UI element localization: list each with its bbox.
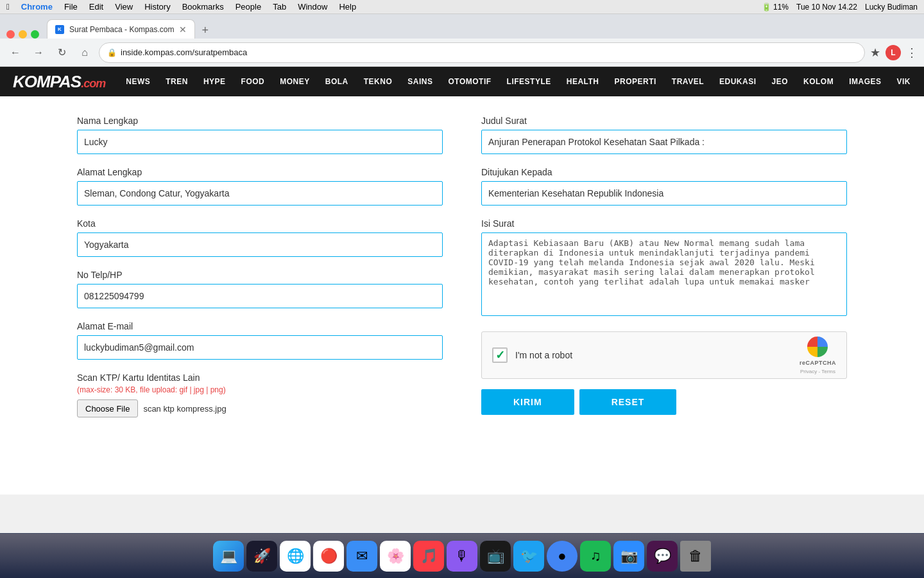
bookmark-star-button[interactable]: ★ [870, 46, 880, 60]
isi-textarea[interactable]: Adaptasi Kebiasaan Baru (AKB) atau New N… [481, 232, 847, 316]
file-name-display: scan ktp kompress.jpg [143, 404, 226, 414]
nav-kolom[interactable]: KOLOM [796, 67, 841, 96]
home-button[interactable]: ⌂ [76, 44, 94, 62]
chrome-menu[interactable]: Chrome [21, 2, 53, 12]
telp-input[interactable] [77, 284, 443, 308]
people-menu[interactable]: People [235, 2, 261, 12]
ditujukan-input[interactable] [481, 181, 847, 206]
nav-images[interactable]: IMAGES [841, 67, 889, 96]
nav-jeo[interactable]: JEO [764, 67, 796, 96]
recaptcha-left: ✓ I'm not a robot [492, 347, 572, 363]
nav-edukasi[interactable]: EDUKASI [712, 67, 764, 96]
lock-icon: 🔒 [107, 48, 117, 57]
help-menu[interactable]: Help [339, 2, 356, 12]
forward-button[interactable]: → [30, 44, 47, 62]
new-tab-button[interactable]: + [198, 22, 212, 39]
alamat-label: Alamat Lengkap [77, 167, 443, 177]
back-button[interactable]: ← [6, 44, 24, 62]
isi-group: Isi Surat Adaptasi Kebiasaan Baru (AKB) … [481, 218, 847, 319]
kompas-header: KOMPAS.com NEWS TREN HYPE FOOD MONEY BOL… [0, 67, 924, 96]
kota-label: Kota [77, 218, 443, 229]
view-menu[interactable]: View [115, 2, 133, 12]
alamat-input[interactable] [77, 181, 443, 206]
browser-chrome: K Surat Pembaca - Kompas.com ✕ + ← → ↻ ⌂… [0, 14, 924, 67]
recaptcha-right: reCAPTCHA Privacy - Terms [800, 337, 836, 374]
close-window-btn[interactable] [6, 30, 15, 39]
email-input[interactable] [77, 335, 443, 360]
email-label: Alamat E-mail [77, 321, 443, 331]
choose-file-button[interactable]: Choose File [77, 399, 138, 417]
file-input-row: Choose File scan ktp kompress.jpg [77, 399, 443, 417]
form-layout: Nama Lengkap Alamat Lengkap Kota No Telp… [77, 116, 847, 417]
judul-group: Judul Surat [481, 116, 847, 154]
ditujukan-label: Ditujukan Kepada [481, 167, 847, 177]
nama-input[interactable] [77, 130, 443, 154]
judul-label: Judul Surat [481, 116, 847, 126]
url-text: inside.kompas.com/suratpembaca [121, 48, 857, 57]
apple-icon[interactable]:  [6, 2, 10, 12]
recaptcha-logo [807, 337, 828, 357]
nav-otomotif[interactable]: OTOMOTIF [440, 67, 499, 96]
window-menu[interactable]: Window [298, 2, 327, 12]
telp-label: No Telp/HP [77, 270, 443, 280]
browser-tab[interactable]: K Surat Pembaca - Kompas.com ✕ [47, 19, 195, 39]
nav-bola[interactable]: BOLA [318, 67, 356, 96]
url-bar[interactable]: 🔒 inside.kompas.com/suratpembaca [99, 42, 865, 63]
menu-button[interactable]: ⋮ [906, 46, 918, 60]
file-upload-section: Scan KTP/ Kartu Identitas Lain (max-size… [77, 372, 443, 417]
edit-menu[interactable]: Edit [89, 2, 103, 12]
mac-menubar:  Chrome File Edit View History Bookmark… [0, 0, 924, 14]
maximize-window-btn[interactable] [31, 30, 39, 39]
telp-group: No Telp/HP [77, 270, 443, 308]
form-left-column: Nama Lengkap Alamat Lengkap Kota No Telp… [77, 116, 443, 417]
logo-com: .com [81, 77, 105, 90]
user-avatar-button[interactable]: L [886, 45, 901, 60]
nav-vik[interactable]: VIK [889, 67, 919, 96]
main-content: Nama Lengkap Alamat Lengkap Kota No Telp… [0, 96, 924, 495]
tab-bar: K Surat Pembaca - Kompas.com ✕ + [0, 14, 924, 39]
ktp-label: Scan KTP/ Kartu Identitas Lain [77, 372, 443, 383]
nav-properti[interactable]: PROPERTI [607, 67, 664, 96]
logo-text: KOMPAS.com [13, 72, 105, 91]
history-menu[interactable]: History [144, 2, 170, 12]
username: Lucky Budiman [865, 3, 918, 12]
file-menu[interactable]: File [64, 2, 78, 12]
check-icon: ✓ [495, 348, 505, 362]
kota-input[interactable] [77, 232, 443, 257]
nav-health[interactable]: HEALTH [559, 67, 607, 96]
tab-title: Surat Pembaca - Kompas.com [69, 25, 174, 34]
nav-lifestyle[interactable]: LIFESTYLE [499, 67, 559, 96]
recaptcha-checkbox[interactable]: ✓ [492, 347, 508, 363]
kirim-button[interactable]: KIRIM [481, 389, 574, 415]
nav-money[interactable]: MONEY [272, 67, 318, 96]
nav-tekno[interactable]: TEKNO [356, 67, 400, 96]
form-right-column: Judul Surat Ditujukan Kepada Isi Surat A… [481, 116, 847, 417]
minimize-window-btn[interactable] [19, 30, 27, 39]
kompas-logo[interactable]: KOMPAS.com [13, 72, 105, 92]
nav-food[interactable]: FOOD [234, 67, 273, 96]
nav-news[interactable]: NEWS [118, 67, 158, 96]
recaptcha-widget[interactable]: ✓ I'm not a robot reCAPTCHA Privacy - Te… [481, 331, 847, 379]
recaptcha-brand: reCAPTCHA [800, 360, 836, 366]
tab-menu[interactable]: Tab [273, 2, 286, 12]
datetime: Tue 10 Nov 14.22 [796, 3, 857, 12]
reset-button[interactable]: RESET [579, 389, 677, 415]
button-row: KIRIM RESET [481, 389, 847, 415]
nav-sains[interactable]: SAINS [400, 67, 440, 96]
ditujukan-group: Ditujukan Kepada [481, 167, 847, 206]
nav-menu: NEWS TREN HYPE FOOD MONEY BOLA TEKNO SAI… [118, 67, 918, 96]
nav-hype[interactable]: HYPE [196, 67, 234, 96]
judul-input[interactable] [481, 130, 847, 154]
kota-group: Kota [77, 218, 443, 257]
tab-close-btn[interactable]: ✕ [179, 24, 187, 35]
isi-label: Isi Surat [481, 218, 847, 229]
nama-label: Nama Lengkap [77, 116, 443, 126]
nama-group: Nama Lengkap [77, 116, 443, 154]
bookmarks-menu[interactable]: Bookmarks [182, 2, 224, 12]
nav-tren[interactable]: TREN [158, 67, 196, 96]
recaptcha-links: Privacy - Terms [800, 369, 835, 374]
nav-travel[interactable]: TRAVEL [664, 67, 712, 96]
reload-button[interactable]: ↻ [53, 44, 71, 62]
recaptcha-label: I'm not a robot [515, 350, 572, 360]
alamat-group: Alamat Lengkap [77, 167, 443, 206]
